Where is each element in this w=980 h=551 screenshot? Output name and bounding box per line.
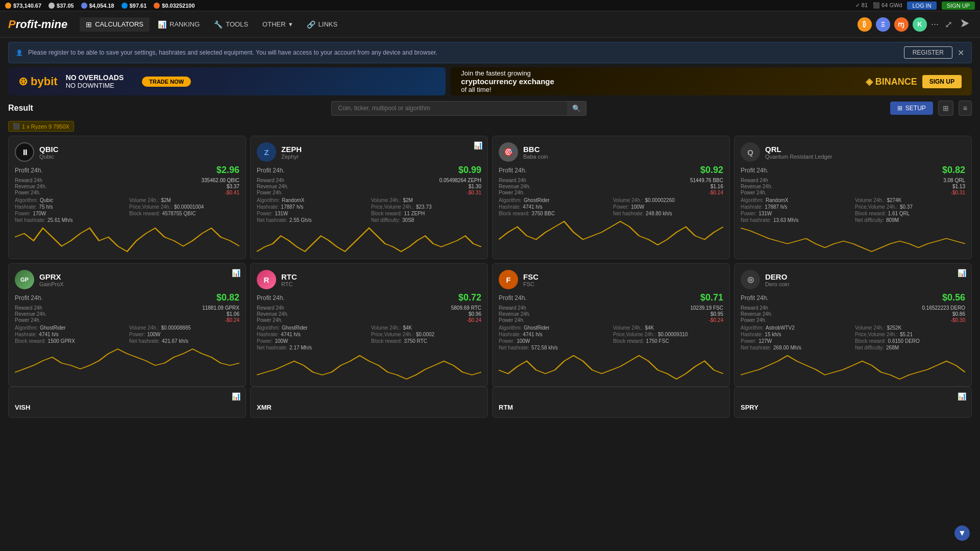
login-button[interactable]: LOG IN xyxy=(907,2,936,10)
coin-card-gprx[interactable]: 📊 GP GPRX GainProX Profit 24h. $0.82 Rew… xyxy=(8,263,246,387)
sparkline-fsc xyxy=(499,355,723,380)
coin-name-fsc: FSC xyxy=(523,281,538,287)
register-icon: 👤 xyxy=(16,49,23,56)
binance-ad[interactable]: Join the fastest growing cryptocurrency … xyxy=(451,67,972,95)
setup-button[interactable]: ⊞ SETUP xyxy=(890,102,933,115)
stats-qbic: Algorithm:Qubic Volume 24h.:$2M Hashrate… xyxy=(15,197,239,223)
coin-card-qbic[interactable]: ⏸ QBIC Qubic Profit 24h. $2.96 Reward 24… xyxy=(8,136,246,259)
share-icon[interactable]: ⤢ xyxy=(943,17,954,32)
nav-calculators[interactable]: ⊞ CALCULATORS xyxy=(80,17,150,32)
chart-icon-vish[interactable]: 📊 xyxy=(232,392,240,400)
signup-button[interactable]: SIGN UP xyxy=(942,2,975,10)
coin-symbol-qbic: QBIC xyxy=(39,145,59,154)
binance-logo: ◈ BINANCE xyxy=(866,76,917,87)
coin-name-zeph: Zephyr xyxy=(281,154,302,160)
bybit-text: NO OVERLOADS NO DOWNTIME xyxy=(66,73,124,89)
ltc-dot xyxy=(48,3,55,9)
profit-label-bbc: Profit 24h. xyxy=(499,167,527,174)
ltc-value: $37.05 xyxy=(57,3,74,9)
bybit-trade-btn[interactable]: TRADE NOW xyxy=(142,77,191,87)
scroll-down-button[interactable]: ▼ xyxy=(954,525,970,541)
dash-dot xyxy=(121,3,128,9)
ticker-btc: $73,140.67 xyxy=(5,3,41,9)
close-banner-button[interactable]: ✕ xyxy=(958,48,964,58)
coin-symbol-gprx: GPRX xyxy=(39,272,64,281)
links-icon: 🔗 xyxy=(307,20,315,29)
nav-other[interactable]: OTHER ▾ xyxy=(256,17,299,31)
coin-symbol-bbc: BBC xyxy=(523,145,548,154)
chart-icon-dero[interactable]: 📊 xyxy=(958,269,966,277)
xmr-dot xyxy=(154,3,160,9)
reward-grid-bbc: Reward 24h 51449.76 BBC Revenue 24h. $1.… xyxy=(499,178,723,195)
list-view-button[interactable]: ≡ xyxy=(959,101,972,116)
nav-kas-badge[interactable]: K xyxy=(913,17,927,32)
reward-grid-qrl: Reward 24h 3.08 QRL Revenue 24h. $1.13 P… xyxy=(741,178,965,195)
stats-rtc: Algorithm:GhostRider Volume 24h.:$4K Has… xyxy=(257,325,481,350)
nav-btc-badge[interactable]: ₿ xyxy=(857,17,872,32)
search-button[interactable]: 🔍 xyxy=(567,101,586,116)
coin-avatar-dero: ◎ xyxy=(741,270,760,289)
calculators-icon: ⊞ xyxy=(86,20,92,29)
coin-card-spry[interactable]: 📊 SPRY xyxy=(734,387,972,418)
coin-card-qrl[interactable]: Q QRL Quantum Resistant Ledger Profit 24… xyxy=(734,136,972,259)
reward-grid-dero: Reward 24h 0.16522223 DERO Revenue 24h. … xyxy=(741,305,965,323)
result-title: Result xyxy=(8,104,33,113)
login-icon[interactable]: ⮞ xyxy=(959,17,972,32)
coin-header-gprx: GP GPRX GainProX xyxy=(15,270,239,289)
grid-view-button[interactable]: ⊞ xyxy=(938,101,953,116)
profit-value-zeph: $0.99 xyxy=(458,165,481,176)
coin-header-rtc: R RTC RTC xyxy=(257,270,481,289)
bybit-ad[interactable]: ⊛ bybit NO OVERLOADS NO DOWNTIME TRADE N… xyxy=(8,67,446,95)
reward-grid-qbic: Reward 24h 335462.00 QBIC Revenue 24h. $… xyxy=(15,178,239,195)
profit-row-zeph: Profit 24h. $0.99 xyxy=(257,165,481,176)
coin-name-qrl: Quantum Resistant Ledger xyxy=(765,154,832,160)
gpu-power: ⬛ 64 GWd xyxy=(873,2,902,9)
chart-icon-gprx[interactable]: 📊 xyxy=(232,269,240,277)
profit-label-qrl: Profit 24h. xyxy=(741,167,769,174)
coin-avatar-gprx: GP xyxy=(15,270,34,289)
hardware-chip[interactable]: ⬛ 1 x Ryzen 9 7950X xyxy=(8,121,74,132)
binance-text: Join the fastest growing cryptocurrency … xyxy=(461,69,554,93)
stats-bbc: Algorithm:GhostRider Volume 24h.:$0.0000… xyxy=(499,197,723,216)
reward-grid-zeph: Reward 24h 0.05498264 ZEPH Revenue 24h. … xyxy=(257,178,481,195)
nav-tools[interactable]: 🔧 TOOLS xyxy=(208,17,254,32)
nav-xmr-badge[interactable]: ɱ xyxy=(894,17,909,32)
tools-icon: 🔧 xyxy=(214,20,223,29)
profit-row-bbc: Profit 24h. $0.92 xyxy=(499,165,723,176)
coin-card-rtc[interactable]: R RTC RTC Profit 24h. $0.72 Reward 24h 5… xyxy=(250,263,488,387)
coin-card-rtm[interactable]: RTM xyxy=(492,387,730,418)
coin-card-zeph[interactable]: 📊 Z ZEPH Zephyr Profit 24h. $0.99 Reward… xyxy=(250,136,488,259)
sparkline-gprx xyxy=(15,348,239,373)
coin-card-vish[interactable]: 📊 VISH xyxy=(8,387,246,418)
chart-icon-spry[interactable]: 📊 xyxy=(958,392,966,400)
profit-value-bbc: $0.92 xyxy=(700,165,723,176)
coin-card-bbc[interactable]: 🎯 BBC Baba coin Profit 24h. $0.92 Reward… xyxy=(492,136,730,259)
chart-icon-zeph[interactable]: 📊 xyxy=(474,141,482,149)
sparkline-dero xyxy=(741,355,965,380)
profit-value-gprx: $0.82 xyxy=(216,292,239,303)
profit-row-rtc: Profit 24h. $0.72 xyxy=(257,292,481,303)
profit-label-rtc: Profit 24h. xyxy=(257,294,285,302)
btc-dot xyxy=(5,3,11,9)
reward-grid-gprx: Reward 24h 11881.09 GPRX Revenue 24h. $1… xyxy=(15,305,239,323)
setup-icon: ⊞ xyxy=(897,105,902,112)
coin-card-dero[interactable]: 📊 ◎ DERO Dero coin Profit 24h. $0.56 Rew… xyxy=(734,263,972,387)
profit-value-qbic: $2.96 xyxy=(216,165,239,176)
binance-signup-btn[interactable]: SIGN UP xyxy=(922,75,962,88)
profit-label-fsc: Profit 24h. xyxy=(499,294,527,302)
nav-ranking[interactable]: 📊 RANKING xyxy=(152,17,206,32)
coin-card-fsc[interactable]: F FSC FSC Profit 24h. $0.71 Reward 24h 1… xyxy=(492,263,730,387)
chevron-down-icon: ▾ xyxy=(289,20,292,28)
nav-links[interactable]: 🔗 LINKS xyxy=(301,17,344,32)
coin-card-xmr[interactable]: XMR xyxy=(250,387,488,418)
more-options-icon[interactable]: ··· xyxy=(931,19,939,30)
ad-row: ⊛ bybit NO OVERLOADS NO DOWNTIME TRADE N… xyxy=(8,67,972,95)
search-input[interactable] xyxy=(331,101,567,116)
register-button[interactable]: REGISTER xyxy=(904,46,952,59)
nav-eth-badge[interactable]: Ξ xyxy=(876,17,890,32)
coin-header-fsc: F FSC FSC xyxy=(499,270,723,289)
profit-value-rtc: $0.72 xyxy=(458,292,481,303)
result-section: Result 🔍 ⊞ SETUP ⊞ ≡ ⬛ 1 x Ryzen 9 7950X… xyxy=(8,101,972,418)
bottom-coin-symbol: RTM xyxy=(499,404,723,411)
profit-label-gprx: Profit 24h. xyxy=(15,294,43,302)
